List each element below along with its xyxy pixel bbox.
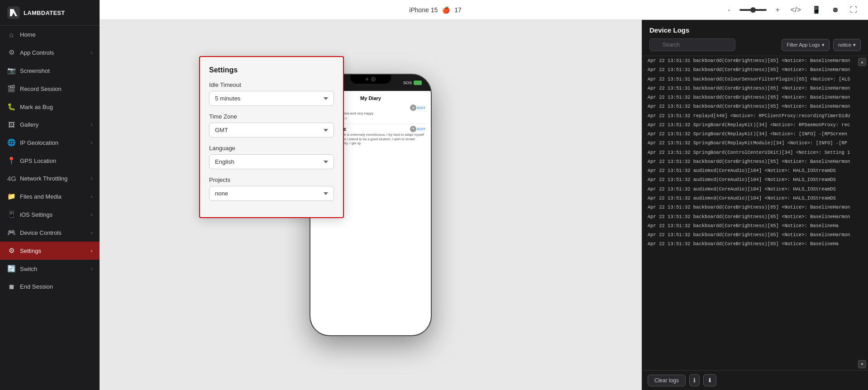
topbar-right: - + </> 📱 ⏺ ⛶: [726, 4, 859, 16]
log-line: Apr 22 13:51:32 SpringBoard(ReplayKit)[3…: [642, 120, 868, 129]
info-btn[interactable]: ℹ: [689, 374, 700, 386]
sidebar-item-switch[interactable]: 🔄Switch›: [0, 260, 100, 278]
sidebar-item-gps-location[interactable]: 📍GPS Location: [0, 152, 100, 170]
ip-geolocation-chevron-icon: ›: [91, 140, 92, 145]
device-controls-icon: 🎮: [7, 228, 15, 237]
sidebar-item-files-and-media[interactable]: 📁Files and Media›: [0, 187, 100, 205]
sidebar-item-end-session[interactable]: ⏹End Session: [0, 278, 100, 295]
screenshot-icon: 📷: [7, 67, 15, 75]
sidebar-item-device-controls[interactable]: 🎮Device Controls›: [0, 224, 100, 242]
timezone-select[interactable]: GMT UTC EST PST: [209, 123, 334, 138]
sidebar-item-mark-as-bug[interactable]: 🐛Mark as Bug: [0, 98, 100, 116]
diary-delete-1[interactable]: ✕: [410, 126, 416, 132]
log-line: Apr 22 13:51:31 backboardd(ColourSensorF…: [642, 75, 868, 84]
log-line: Apr 22 13:51:32 SpringBoard(ReplayKitMod…: [642, 138, 868, 147]
sidebar-item-home[interactable]: ⌂Home: [0, 26, 100, 43]
logs-content[interactable]: Apr 22 13:51:31 backboardd(CoreBrightnes…: [642, 56, 868, 370]
network-throttling-chevron-icon: ›: [91, 176, 92, 181]
logs-panel: Device Logs 🔍 Filter App Logs ▾ notice ▾: [642, 20, 868, 390]
phone-notch: [350, 75, 391, 84]
language-select[interactable]: English French German Spanish: [209, 154, 334, 169]
gallery-icon: 🖼: [7, 121, 15, 128]
logs-search-wrap: 🔍: [649, 38, 778, 51]
log-line: Apr 22 13:51:32 audiomxd(CoreAudio)[104]…: [642, 194, 868, 203]
sidebar-item-settings[interactable]: ⚙Settings›: [0, 242, 100, 260]
zoom-slider[interactable]: [739, 9, 767, 11]
record-session-icon: 🎬: [7, 85, 15, 93]
log-line: Apr 22 13:51:32 SpringBoard(ReplayKit)[3…: [642, 129, 868, 138]
logs-controls: 🔍 Filter App Logs ▾ notice ▾: [649, 38, 861, 51]
log-line: Apr 22 13:51:32 backboardd(CoreBrightnes…: [642, 93, 868, 102]
switch-label: Switch: [20, 266, 37, 272]
logs-title: Device Logs: [649, 26, 861, 34]
ios-settings-label: iOS Settings: [20, 211, 52, 218]
sos-text: SOS: [403, 81, 412, 85]
projects-field: Projects none Project A Project B: [209, 176, 334, 201]
topbar-center: iPhone 15 🍎 17: [409, 6, 462, 14]
app-controls-chevron-icon: ›: [91, 50, 92, 55]
sidebar-item-app-controls[interactable]: ⚙App Controls›: [0, 43, 100, 62]
log-line: Apr 22 13:51:32 backboardd(CoreBrightnes…: [642, 212, 868, 221]
clear-logs-btn[interactable]: Clear logs: [648, 375, 686, 386]
idle-timeout-select[interactable]: 5 minutes 10 minutes 15 minutes 30 minut…: [209, 91, 334, 106]
ios-settings-chevron-icon: ›: [91, 212, 92, 217]
logs-footer: Clear logs ℹ ⬇: [642, 370, 868, 390]
sidebar-item-ios-settings[interactable]: 📱iOS Settings›: [0, 205, 100, 224]
log-line: Apr 22 13:51:32 backboardd(CoreBrightnes…: [642, 239, 868, 248]
log-line: Apr 22 13:51:32 backboardd(CoreBrightnes…: [642, 221, 868, 230]
notice-filter-btn[interactable]: notice ▾: [833, 39, 861, 51]
switch-chevron-icon: ›: [91, 266, 92, 271]
log-line: Apr 22 13:51:32 audiomxd(CoreAudio)[104]…: [642, 166, 868, 175]
settings-label: Settings: [20, 247, 41, 254]
log-line: Apr 22 13:51:32 backboardd(CoreBrightnes…: [642, 102, 868, 111]
sidebar-item-screenshot[interactable]: 📷Screenshot: [0, 62, 100, 80]
gallery-label: Gallery: [20, 121, 38, 128]
scroll-down-btn[interactable]: ▼: [858, 360, 866, 368]
diary-edit-0[interactable]: EDIT: [417, 106, 425, 110]
mark-as-bug-icon: 🐛: [7, 103, 15, 111]
timezone-label: Time Zone: [209, 113, 334, 120]
zoom-plus-btn[interactable]: +: [774, 4, 782, 16]
os-icon: 🍎: [442, 6, 450, 14]
scroll-up-btn[interactable]: ▲: [858, 58, 866, 66]
phone-icon-btn[interactable]: 📱: [810, 4, 823, 16]
switch-icon: 🔄: [7, 265, 15, 273]
device-name: iPhone 15: [409, 6, 438, 14]
zoom-minus-btn[interactable]: -: [726, 4, 732, 16]
log-line: Apr 22 13:51:32 audiomxd(CoreAudio)[104]…: [642, 175, 868, 184]
logs-header: Device Logs 🔍 Filter App Logs ▾ notice ▾: [642, 20, 868, 56]
log-line: Apr 22 13:51:31 backboardd(CoreBrightnes…: [642, 56, 868, 65]
ip-geolocation-label: IP Geolocation: [20, 139, 58, 146]
end-session-label: End Session: [20, 283, 53, 290]
notch-dot: [366, 78, 368, 81]
sidebar-item-record-session[interactable]: 🎬Record Session: [0, 80, 100, 98]
diary-edit-1[interactable]: EDIT: [417, 127, 425, 131]
app-controls-label: App Controls: [20, 49, 54, 56]
filter-app-logs-btn[interactable]: Filter App Logs ▾: [782, 39, 829, 51]
sidebar-item-gallery[interactable]: 🖼Gallery›: [0, 116, 100, 133]
gps-location-label: GPS Location: [20, 157, 56, 164]
record-icon-btn[interactable]: ⏺: [830, 4, 841, 16]
log-line: Apr 22 13:51:32 backboardd(CoreBrightnes…: [642, 203, 868, 212]
logs-content-wrap: Apr 22 13:51:31 backboardd(CoreBrightnes…: [642, 56, 868, 370]
log-line: Apr 22 13:51:31 backboardd(CoreBrightnes…: [642, 65, 868, 74]
code-icon-btn[interactable]: </>: [789, 4, 803, 16]
sidebar-item-network-throttling[interactable]: 4GNetwork Throttling›: [0, 170, 100, 187]
settings-chevron-icon: ›: [91, 248, 92, 253]
projects-label: Projects: [209, 176, 334, 183]
search-input[interactable]: [649, 38, 735, 51]
device-controls-chevron-icon: ›: [91, 230, 92, 235]
lambdatest-logo-icon: [7, 6, 20, 19]
download-btn[interactable]: ⬇: [703, 374, 716, 386]
expand-icon-btn[interactable]: ⛶: [848, 4, 859, 16]
files-and-media-label: Files and Media: [20, 193, 62, 200]
diary-delete-0[interactable]: ✕: [410, 105, 416, 111]
files-and-media-chevron-icon: ›: [91, 194, 92, 199]
sidebar-logo[interactable]: LAMBDATEST: [0, 0, 100, 26]
language-label: Language: [209, 145, 334, 152]
filter-chevron-icon: ▾: [822, 42, 825, 48]
projects-select[interactable]: none Project A Project B: [209, 186, 334, 201]
phone-battery: [414, 81, 422, 85]
sidebar-item-ip-geolocation[interactable]: 🌐IP Geolocation›: [0, 133, 100, 152]
log-line: Apr 22 13:51:31 backboardd(CoreBrightnes…: [642, 84, 868, 93]
